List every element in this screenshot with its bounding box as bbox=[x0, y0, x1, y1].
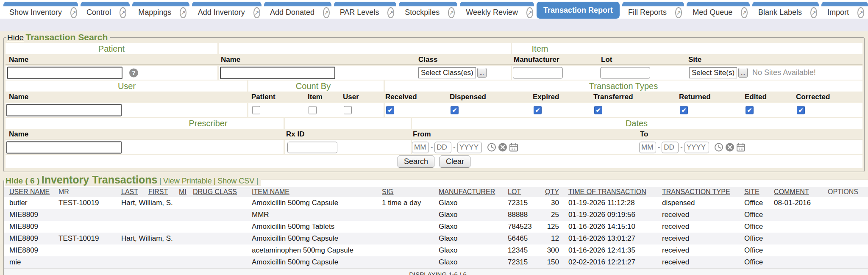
column-header-lot[interactable]: LOT bbox=[508, 187, 545, 197]
column-header-site[interactable]: SITE bbox=[744, 187, 774, 197]
cell-mi bbox=[179, 197, 193, 209]
cell-first bbox=[148, 209, 179, 221]
from-month-input[interactable] bbox=[412, 142, 429, 153]
cell-options bbox=[828, 209, 868, 221]
cell-options bbox=[828, 197, 868, 209]
column-header-manufacturer[interactable]: MANUFACTURER bbox=[439, 187, 508, 197]
lot-input[interactable] bbox=[600, 67, 650, 78]
cell-transaction-type: dispensed bbox=[662, 197, 744, 209]
from-year-input[interactable] bbox=[457, 142, 482, 153]
tab-stockpiles[interactable]: Stockpiles↗ bbox=[399, 2, 457, 19]
column-header-last[interactable]: LAST bbox=[121, 187, 148, 197]
open-in-new-window-icon[interactable]: ↗ bbox=[323, 7, 330, 18]
column-header-sig[interactable]: SIG bbox=[382, 187, 439, 197]
column-header-time-of-transaction[interactable]: TIME OF TRANSACTION bbox=[568, 187, 662, 197]
search-button[interactable]: Search bbox=[398, 156, 434, 168]
column-header-comment[interactable]: COMMENT bbox=[774, 187, 828, 197]
prescriber-name-input[interactable] bbox=[6, 141, 122, 153]
select-sites-button[interactable]: Select Site(s) bbox=[689, 67, 737, 78]
item-name-input[interactable] bbox=[220, 67, 335, 79]
column-header-item-name[interactable]: ITEM NAME bbox=[252, 187, 382, 197]
tab-par-levels[interactable]: PAR Levels↗ bbox=[334, 2, 397, 19]
tab-body: Med Queue↗ bbox=[687, 6, 750, 19]
tab-fill-reports[interactable]: Fill Reports↗ bbox=[622, 2, 684, 19]
tab-add-donated[interactable]: Add Donated↗ bbox=[264, 2, 331, 19]
section-header-prescriber-dates: Prescriber Dates bbox=[6, 118, 862, 129]
clear-button[interactable]: Clear bbox=[440, 156, 470, 168]
tab-top-accent bbox=[399, 2, 457, 6]
transaction-type-checkbox-dispensed[interactable]: ✔ bbox=[451, 106, 459, 114]
site-browse-button[interactable]: ... bbox=[738, 68, 748, 78]
tab-body: Mappings↗ bbox=[132, 6, 189, 19]
column-header-mi[interactable]: MI bbox=[179, 187, 193, 197]
tab-show-inventory[interactable]: Show Inventory↗ bbox=[3, 2, 78, 19]
cell-mr: TEST-10019 bbox=[58, 197, 121, 209]
transaction-type-checkbox-transferred[interactable]: ✔ bbox=[594, 106, 602, 114]
open-in-new-window-icon[interactable]: ↗ bbox=[70, 7, 77, 18]
divider bbox=[511, 66, 512, 80]
cell-comment: 08-01-2016 bbox=[774, 197, 828, 209]
show-csv-link[interactable]: Show CSV bbox=[217, 177, 254, 185]
from-clear-date-icon[interactable] bbox=[498, 143, 507, 152]
to-day-input[interactable] bbox=[662, 142, 679, 153]
tab-label: PAR Levels bbox=[340, 8, 379, 17]
to-calendar-icon[interactable] bbox=[736, 143, 746, 152]
from-calendar-icon[interactable] bbox=[509, 143, 518, 152]
count-by-checkbox-user[interactable] bbox=[344, 106, 352, 114]
tab-mappings[interactable]: Mappings↗ bbox=[132, 2, 189, 19]
open-in-new-window-icon[interactable]: ↗ bbox=[857, 7, 864, 18]
tab-weekly-review[interactable]: Weekly Review↗ bbox=[460, 2, 534, 19]
tab-med-queue[interactable]: Med Queue↗ bbox=[687, 2, 750, 19]
view-printable-link[interactable]: View Printable bbox=[163, 177, 212, 185]
hide-results-link[interactable]: Hide ( 6 ) bbox=[6, 176, 39, 185]
to-year-input[interactable] bbox=[684, 142, 709, 153]
column-header-user-name[interactable]: USER NAME bbox=[4, 187, 58, 197]
open-in-new-window-icon[interactable]: ↗ bbox=[387, 7, 394, 18]
to-clock-icon[interactable] bbox=[714, 143, 723, 152]
column-header-label: USER NAME bbox=[9, 188, 50, 195]
open-in-new-window-icon[interactable]: ↗ bbox=[120, 7, 126, 18]
open-in-new-window-icon[interactable]: ↗ bbox=[448, 7, 455, 18]
count-by-checkbox-item[interactable] bbox=[309, 106, 317, 114]
divider bbox=[411, 118, 412, 129]
transaction-type-checkbox-returned[interactable]: ✔ bbox=[680, 106, 688, 114]
section-labels-user-countby-types: Name PatientItemUserReceivedDispensedExp… bbox=[6, 92, 862, 102]
open-in-new-window-icon[interactable]: ↗ bbox=[741, 7, 748, 18]
tab-add-inventory[interactable]: Add Inventory↗ bbox=[192, 2, 262, 19]
item-site-label: Site bbox=[688, 56, 701, 64]
transaction-type-checkbox-received[interactable]: ✔ bbox=[386, 106, 394, 114]
count-by-checkbox-patient[interactable] bbox=[252, 106, 260, 114]
from-clock-icon[interactable] bbox=[487, 143, 496, 152]
tab-import[interactable]: Import↗ bbox=[821, 2, 868, 19]
transaction-type-checkbox-edited[interactable]: ✔ bbox=[746, 106, 754, 114]
hide-search-link[interactable]: Hide bbox=[7, 33, 24, 42]
to-clear-date-icon[interactable] bbox=[725, 143, 734, 152]
open-in-new-window-icon[interactable]: ↗ bbox=[810, 7, 817, 18]
help-icon[interactable]: ? bbox=[129, 68, 138, 77]
tab-blank-labels[interactable]: Blank Labels↗ bbox=[752, 2, 819, 19]
column-header-first[interactable]: FIRST bbox=[148, 187, 179, 197]
open-in-new-window-icon[interactable]: ↗ bbox=[675, 7, 682, 18]
tab-transaction-report[interactable]: Transaction Report bbox=[537, 2, 620, 19]
tab-control[interactable]: Control↗ bbox=[81, 2, 130, 19]
rx-id-input[interactable] bbox=[287, 142, 337, 153]
column-header-drug-class[interactable]: DRUG CLASS bbox=[193, 187, 252, 197]
to-month-input[interactable] bbox=[639, 142, 656, 153]
user-name-input[interactable] bbox=[6, 104, 122, 116]
transaction-type-checkbox-corrected[interactable]: ✔ bbox=[797, 106, 805, 114]
cell-item-name: Amoxicillin 500mg Tablets bbox=[252, 221, 382, 233]
column-header-qty[interactable]: QTY bbox=[545, 187, 568, 197]
results-title: Inventory Transactions bbox=[42, 174, 158, 186]
column-header-transaction-type[interactable]: TRANSACTION TYPE bbox=[662, 187, 744, 197]
tab-top-accent bbox=[81, 2, 130, 6]
from-day-input[interactable] bbox=[434, 142, 451, 153]
open-in-new-window-icon[interactable]: ↗ bbox=[253, 7, 260, 18]
cell-transaction-type: received bbox=[662, 233, 744, 244]
class-browse-button[interactable]: ... bbox=[477, 68, 487, 78]
manufacturer-input[interactable] bbox=[513, 67, 563, 78]
transaction-type-checkbox-expired[interactable]: ✔ bbox=[534, 106, 542, 114]
open-in-new-window-icon[interactable]: ↗ bbox=[526, 7, 533, 18]
select-classes-button[interactable]: Select Class(es) bbox=[418, 67, 476, 78]
patient-name-input[interactable] bbox=[7, 67, 122, 79]
open-in-new-window-icon[interactable]: ↗ bbox=[180, 7, 186, 18]
